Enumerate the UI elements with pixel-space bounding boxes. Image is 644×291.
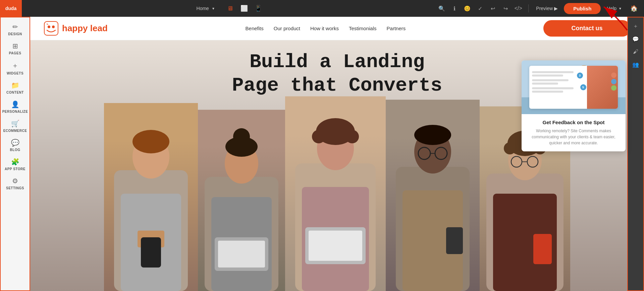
comment-badge-5: 5 — [580, 84, 586, 90]
website-preview: happy lead Benefits Our product How it w… — [30, 17, 644, 291]
comment-badge-3: 3 — [577, 72, 583, 79]
svg-rect-42 — [533, 234, 552, 264]
device-icons: 🖥 ⬜ 📱 — [224, 2, 265, 15]
right-panel-comment-btn[interactable]: 💬 — [630, 33, 642, 45]
tooltip-description: Working remotely? Site Comments makes co… — [527, 128, 620, 146]
tablet-view-btn[interactable]: ⬜ — [238, 2, 251, 15]
nav-right: 🔍 ℹ 😊 ✓ ↩ ↪ </> Preview ▶ Publish Help ▼… — [436, 2, 644, 14]
pages-icon: ⊞ — [12, 42, 18, 50]
desktop-view-btn[interactable]: 🖥 — [224, 2, 236, 15]
nav-product[interactable]: Our product — [274, 26, 300, 31]
nav-how-it-works[interactable]: How it works — [310, 26, 339, 31]
settings-icon: ⚙ — [12, 177, 18, 185]
help-btn[interactable]: Help ▼ — [603, 4, 625, 13]
svg-rect-32 — [446, 227, 463, 254]
blog-icon: 💬 — [11, 139, 19, 147]
sidebar-item-appstore[interactable]: 🧩 APP STORE — [2, 155, 29, 174]
top-nav: duda Home ▼ 🖥 ⬜ 📱 🔍 ℹ 😊 ✓ ↩ ↪ </> Previe… — [0, 0, 644, 17]
canvas-area: happy lead Benefits Our product How it w… — [30, 17, 644, 291]
preview-play-icon: ▶ — [554, 6, 558, 11]
sidebar-item-ecommerce[interactable]: 🛒 ECOMMERCE — [2, 117, 29, 135]
left-sidebar: ✏ DESIGN ⊞ PAGES ＋ WIDGETS 📁 CONTENT 👤 P… — [0, 17, 30, 291]
search-btn[interactable]: 🔍 — [436, 2, 448, 14]
svg-rect-9 — [141, 237, 161, 268]
website-header: happy lead Benefits Our product How it w… — [30, 17, 644, 40]
nav-center: Home ▼ 🖥 ⬜ 📱 — [22, 2, 436, 15]
sidebar-item-design[interactable]: ✏ DESIGN — [2, 20, 29, 39]
tooltip-title: Get Feedback on the Spot — [527, 119, 620, 125]
ecommerce-icon: 🛒 — [11, 119, 19, 128]
brand-logo-icon — [44, 21, 59, 36]
svg-point-6 — [132, 130, 169, 153]
svg-rect-24 — [309, 231, 362, 261]
nav-partners[interactable]: Partners — [387, 26, 406, 31]
svg-point-27 — [414, 125, 451, 145]
person-1 — [104, 103, 198, 291]
tooltip-popup: ? ✕ — [522, 60, 626, 151]
help-chevron-icon: ▼ — [619, 7, 622, 10]
avatar-2 — [611, 79, 616, 84]
website-nav-links: Benefits Our product How it works Testim… — [246, 26, 406, 31]
tool-icons: 🔍 ℹ 😊 ✓ ↩ ↪ </> — [436, 2, 524, 14]
content-icon: 📁 — [11, 81, 19, 89]
right-panel-people-btn[interactable]: 👥 — [630, 58, 642, 70]
personalize-icon: 👤 — [11, 100, 19, 108]
sidebar-item-widgets[interactable]: ＋ WIDGETS — [2, 58, 29, 78]
info-btn[interactable]: ℹ — [448, 2, 461, 14]
mobile-view-btn[interactable]: 📱 — [252, 2, 265, 15]
publish-button[interactable]: Publish — [564, 3, 601, 14]
person-3 — [285, 96, 386, 291]
person-silhouette-1 — [104, 103, 198, 291]
person-silhouette-2 — [198, 110, 285, 291]
right-panel-zoom-btn[interactable]: ＋ — [630, 20, 642, 32]
sidebar-item-settings[interactable]: ⚙ SETTINGS — [2, 174, 29, 193]
design-icon: ✏ — [12, 23, 18, 31]
tooltip-mock-ui: 3 5 — [529, 66, 618, 109]
svg-point-36 — [504, 142, 516, 154]
main-layout: ✏ DESIGN ⊞ PAGES ＋ WIDGETS 📁 CONTENT 👤 P… — [0, 17, 644, 291]
svg-point-2 — [48, 26, 50, 28]
person-silhouette-3 — [285, 96, 386, 291]
appstore-icon: 🧩 — [11, 158, 19, 166]
home-chevron-icon: ▼ — [212, 7, 215, 10]
tooltip-body: Get Feedback on the Spot Working remotel… — [522, 114, 626, 151]
tooltip-header: ? ✕ — [522, 60, 626, 114]
svg-rect-1 — [44, 21, 58, 35]
tooltip-preview-image: 3 5 — [522, 60, 626, 114]
nav-benefits[interactable]: Benefits — [246, 26, 264, 31]
svg-point-21 — [345, 130, 359, 143]
nav-testimonials[interactable]: Testimonials — [349, 26, 377, 31]
undo-btn[interactable]: ↩ — [487, 2, 499, 14]
person-4 — [386, 100, 480, 291]
svg-point-13 — [233, 128, 250, 145]
person-silhouette-4 — [386, 100, 480, 291]
right-panel-brush-btn[interactable]: 🖌 — [630, 46, 642, 58]
sidebar-item-content[interactable]: 📁 CONTENT — [2, 79, 29, 97]
duda-logo[interactable]: duda — [0, 0, 22, 17]
person-2 — [198, 110, 285, 291]
brand-logo: happy lead — [44, 21, 108, 36]
redo-btn[interactable]: ↪ — [499, 2, 512, 14]
home-icon-right[interactable]: 🏠 — [628, 2, 640, 14]
mock-content — [529, 66, 587, 109]
sidebar-item-personalize[interactable]: 👤 PERSONALIZE — [2, 98, 29, 116]
mock-image-right: 3 5 — [587, 66, 618, 109]
code-btn[interactable]: </> — [512, 2, 524, 14]
svg-point-20 — [312, 130, 325, 143]
contact-button[interactable]: Contact us — [543, 20, 631, 37]
comment-btn[interactable]: 😊 — [461, 2, 473, 14]
avatar-3 — [611, 85, 616, 91]
widgets-icon: ＋ — [12, 61, 18, 70]
check-btn[interactable]: ✓ — [474, 2, 486, 14]
sidebar-item-blog[interactable]: 💬 BLOG — [2, 136, 29, 154]
preview-btn[interactable]: Preview ▶ — [533, 4, 561, 13]
sidebar-item-pages[interactable]: ⊞ PAGES — [2, 39, 29, 58]
svg-rect-16 — [218, 241, 265, 268]
nav-divider — [528, 4, 529, 12]
avatar-1 — [611, 72, 616, 78]
mock-avatars — [611, 72, 616, 91]
nav-home-item[interactable]: Home ▼ — [193, 4, 218, 13]
hero-headline: Build a Landing Page that Converts — [232, 50, 442, 97]
svg-point-3 — [52, 26, 55, 28]
right-panel: ＋ 💬 🖌 👥 — [627, 17, 644, 291]
